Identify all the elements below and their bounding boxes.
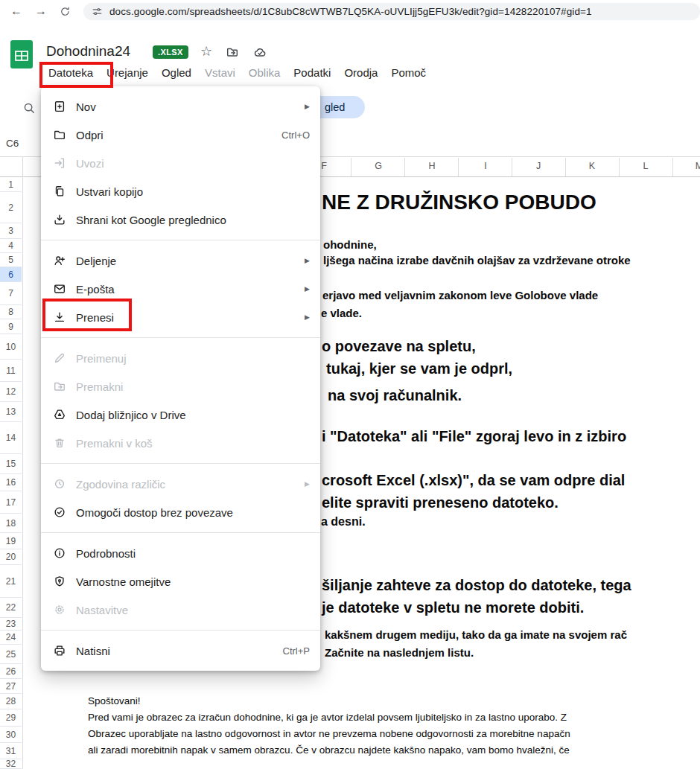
column-header-M[interactable]: M [696,161,700,171]
row-header-2[interactable]: 2 [0,192,22,223]
row-header-21[interactable]: 21 [0,565,22,598]
menu-item-deljenje[interactable]: Deljenje▶ [41,246,320,275]
row-header-8[interactable]: 8 [0,305,22,319]
row-header-5[interactable]: 5 [0,253,22,267]
row-header-7[interactable]: 7 [0,282,22,305]
row-header-13[interactable]: 13 [0,402,22,422]
row-header-31[interactable]: 31 [0,743,22,759]
row-header-18[interactable]: 18 [0,514,22,533]
menu-orodja[interactable]: Orodja [337,64,384,81]
column-header-I[interactable]: I [484,161,486,171]
row-header-27[interactable]: 27 [0,679,22,694]
menu-item-omogoci-dostop-brez-povezave[interactable]: Omogoči dostop brez povezave [41,498,320,526]
cell-text: Obrazec uporabljate na lastno odgovornos… [88,728,570,739]
share-person-icon [52,253,67,268]
menu-item-uvozi[interactable]: Uvozi [41,149,320,177]
row-header-25[interactable]: 25 [0,645,22,664]
cell-text: ljšega načina izrabe davčnih olajšav za … [323,254,631,267]
menu-item-shrani-kot-google-preglednico[interactable]: Shrani kot Google preglednico [41,205,320,234]
column-header-H[interactable]: H [428,161,435,171]
star-icon[interactable]: ☆ [200,43,212,60]
row-header-32[interactable]: 32 [0,759,22,769]
row-header-12[interactable]: 12 [0,382,22,402]
cell-text: elite spraviti preneseno datoteko. [322,494,559,511]
document-title[interactable]: Dohodnina24 [46,43,130,60]
row-header-15[interactable]: 15 [0,454,22,474]
column-header-K[interactable]: K [589,161,595,171]
refresh-icon[interactable] [60,6,71,17]
menu-item-premakni-v-kos[interactable]: Premakni v koš [41,429,320,457]
row-header-20[interactable]: 20 [0,549,22,565]
column-header-F[interactable]: F [321,161,327,171]
menu-item-label: Premakni v koš [76,437,310,450]
row-header-22[interactable]: 22 [0,598,22,618]
menu-oblika[interactable]: Oblika [242,64,287,81]
menu-item-podrobnosti[interactable]: Podrobnosti [41,539,320,567]
menu-vstavi[interactable]: Vstavi [198,64,242,81]
menu-item-label: Varnostne omejitve [76,575,310,588]
menu-item-natisni[interactable]: NatisniCtrl+P [41,636,320,665]
row-header-11[interactable]: 11 [0,360,22,382]
menu-podatki[interactable]: Podatki [287,64,337,81]
submenu-arrow-icon: ▶ [305,285,310,293]
menu-item-preimenuj[interactable]: Preimenuj [41,344,320,372]
row-header-26[interactable]: 26 [0,664,22,679]
row-header-19[interactable]: 19 [0,533,22,549]
row-header-9[interactable]: 9 [0,319,22,334]
cell-text: i "Datoteka" ali "File" zgoraj levo in z… [322,428,626,445]
row-header-3[interactable]: 3 [0,223,22,239]
menu-divider [41,463,320,464]
site-settings-icon[interactable] [92,6,103,17]
printer-icon [52,643,67,658]
menu-item-ustvari-kopijo[interactable]: Ustvari kopijo [41,177,320,205]
cell-text: kakšnem drugem mediju, tako da ga imate … [325,628,627,641]
column-header-L[interactable]: L [643,161,649,171]
cell-text: Spoštovani! [88,695,141,706]
google-sheets-logo-icon[interactable] [10,40,33,71]
offline-check-icon [52,505,67,520]
menu-pomoc[interactable]: Pomoč [384,64,433,81]
row-header-6[interactable]: 6 [0,267,22,282]
row-header-4[interactable]: 4 [0,239,22,253]
menu-item-label: Omogoči dostop brez povezave [76,506,310,519]
menu-divider [41,337,320,338]
menu-item-odpri[interactable]: OdpriCtrl+O [41,121,320,149]
row-header-29[interactable]: 29 [0,709,22,727]
file-menu-dropdown: Nov▶OdpriCtrl+OUvoziUstvari kopijoShrani… [41,86,320,671]
menu-item-varnostne-omejitve[interactable]: Varnostne omejitve [41,567,320,596]
column-header-G[interactable]: G [375,161,382,171]
menu-item-label: Nov [76,100,296,113]
rename-icon [52,351,67,366]
column-header-J[interactable]: J [536,161,541,171]
menu-item-nastavitve[interactable]: Nastavitve [41,596,320,624]
menu-item-zgodovina-razlicic[interactable]: Zgodovina različic▶ [41,470,320,498]
row-header-10[interactable]: 10 [0,334,22,360]
row-header-23[interactable]: 23 [0,618,22,631]
move-folder-icon[interactable] [226,45,239,59]
row-header-30[interactable]: 30 [0,727,22,743]
menu-item-premakni[interactable]: Premakni [41,372,320,401]
menu-item-shortcut: Ctrl+O [281,130,310,141]
email-icon [52,281,67,296]
menu-item-label: E-pošta [76,283,296,296]
forward-icon[interactable]: → [35,5,47,17]
menu-ogled[interactable]: Ogled [155,64,198,81]
cell-name-box[interactable]: C6 [6,138,19,149]
back-icon[interactable]: ← [10,5,22,17]
cell-text: e vlade. [321,307,362,319]
cloud-status-icon[interactable] [253,45,267,59]
row-header-17[interactable]: 17 [0,491,22,514]
menu-item-nov[interactable]: Nov▶ [41,92,320,121]
row-header-24[interactable]: 24 [0,631,22,645]
menu-item-dodaj-bliznjico-v-drive[interactable]: Dodaj bližnjico v Drive [41,401,320,429]
row-header-16[interactable]: 16 [0,474,22,491]
row-header-14[interactable]: 14 [0,422,22,454]
annotation-box-datoteka [39,62,113,88]
cell-text: a desni. [321,515,366,529]
address-bar[interactable]: docs.google.com/spreadsheets/d/1C8ubC8cW… [83,3,700,20]
row-header-28[interactable]: 28 [0,694,22,709]
row-header-1[interactable]: 1 [0,177,22,192]
menu-item-label: Uvozi [76,157,310,170]
menu-item-label: Shrani kot Google preglednico [76,214,310,226]
search-icon[interactable] [22,101,36,115]
